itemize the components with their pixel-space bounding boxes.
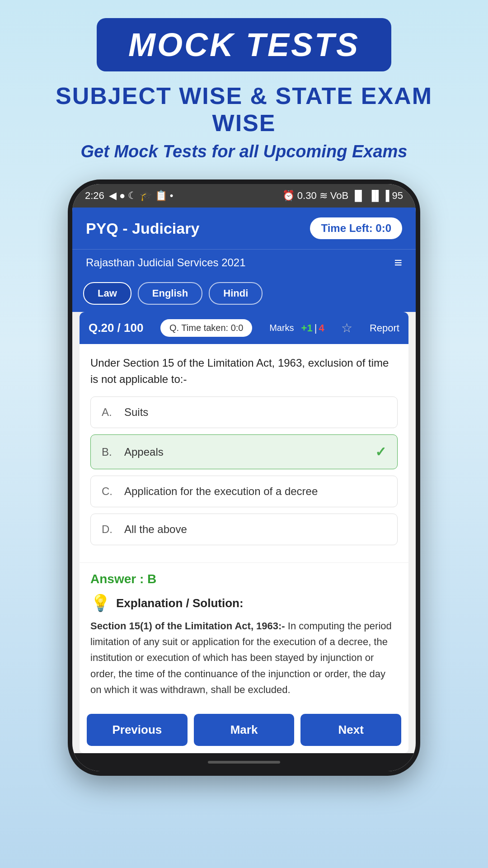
explanation-text: Section 15(1) of the Limitation Act, 196…: [90, 618, 398, 698]
marks-minus: 4: [319, 322, 324, 334]
option-a-text: Suits: [124, 406, 386, 419]
exam-subtitle: Rajasthan Judicial Services 2021: [86, 256, 246, 269]
option-c[interactable]: C. Application for the execution of a de…: [90, 476, 398, 507]
option-d[interactable]: D. All the above: [90, 514, 398, 545]
status-right-info: ⏰ 0.30 ≋ VoB ▐▌ ▐▌▐ 95: [282, 190, 403, 202]
report-button[interactable]: Report: [370, 322, 399, 334]
question-number: Q.20 / 100: [89, 321, 143, 335]
main-content: Under Section 15 of the Limitation Act, …: [80, 344, 408, 562]
app-header: PYQ - Judiciary Time Left: 0:0: [72, 208, 416, 249]
phone-bottom-bar: [72, 753, 416, 771]
top-banner: MOCK TESTS SUBJECT WISE & STATE EXAM WIS…: [0, 0, 488, 170]
marks-values: +1 | 4: [301, 322, 324, 334]
answer-section: Answer : B 💡 Explanation / Solution: Sec…: [80, 562, 408, 707]
marks-area: Marks +1 | 4: [269, 322, 324, 334]
phone-inner: 2:26 ◀ ● ☾ 🎓 📋 • ⏰ 0.30 ≋ VoB ▐▌ ▐▌▐ 95 …: [72, 184, 416, 771]
mark-button[interactable]: Mark: [194, 714, 295, 746]
language-tabs: Law English Hindi: [72, 276, 416, 312]
time-taken-badge: Q. Time taken: 0:0: [160, 319, 252, 337]
explanation-bold-part: Section 15(1) of the Limitation Act, 196…: [90, 620, 285, 632]
option-b[interactable]: B. Appeals ✓: [90, 434, 398, 469]
star-icon[interactable]: ☆: [341, 321, 352, 335]
question-text: Under Section 15 of the Limitation Act, …: [90, 355, 398, 387]
bulb-icon: 💡: [90, 594, 111, 613]
marks-plus: +1: [301, 322, 313, 334]
banner-subtitle: Get Mock Tests for all Upcoming Exams: [27, 142, 461, 161]
explanation-title: Explanation / Solution:: [116, 596, 244, 610]
option-a[interactable]: A. Suits: [90, 396, 398, 428]
time-left-value: 0:0: [375, 222, 391, 234]
time-left-badge: Time Left: 0:0: [310, 217, 402, 239]
mock-tests-title: MOCK TESTS: [128, 26, 360, 63]
mock-tests-badge: MOCK TESTS: [97, 18, 391, 71]
exam-subtitle-bar: Rajasthan Judicial Services 2021 ≡: [72, 249, 416, 276]
option-b-text: Appeals: [124, 446, 366, 458]
option-d-letter: D.: [102, 523, 115, 536]
menu-icon[interactable]: ≡: [394, 255, 402, 270]
tab-hindi[interactable]: Hindi: [209, 282, 263, 305]
status-right: ⏰ 0.30 ≋ VoB ▐▌ ▐▌▐ 95: [282, 190, 403, 202]
status-time: 2:26: [85, 190, 104, 202]
status-left: 2:26 ◀ ● ☾ 🎓 📋 •: [85, 190, 173, 202]
phone-frame: 2:26 ◀ ● ☾ 🎓 📋 • ⏰ 0.30 ≋ VoB ▐▌ ▐▌▐ 95 …: [68, 179, 420, 776]
option-d-text: All the above: [124, 523, 386, 536]
option-a-letter: A.: [102, 406, 115, 419]
tab-law[interactable]: Law: [83, 282, 131, 305]
next-button[interactable]: Next: [300, 714, 401, 746]
marks-separator: |: [314, 322, 317, 334]
option-b-letter: B.: [102, 446, 115, 458]
status-icons: ◀ ● ☾ 🎓 📋 •: [109, 190, 174, 202]
status-bar: 2:26 ◀ ● ☾ 🎓 📋 • ⏰ 0.30 ≋ VoB ▐▌ ▐▌▐ 95: [72, 184, 416, 208]
explanation-header: 💡 Explanation / Solution:: [90, 594, 398, 613]
option-c-letter: C.: [102, 485, 115, 498]
tab-english[interactable]: English: [138, 282, 202, 305]
marks-label: Marks: [269, 323, 294, 333]
subject-wise-title: SUBJECT WISE & STATE EXAM WISE: [27, 82, 461, 137]
question-info-bar: Q.20 / 100 Q. Time taken: 0:0 Marks +1 |…: [80, 312, 408, 344]
correct-check-icon: ✓: [375, 444, 386, 460]
app-title: PYQ - Judiciary: [86, 220, 199, 237]
bottom-nav: Previous Mark Next: [80, 707, 408, 753]
answer-label: Answer : B: [90, 572, 398, 586]
time-left-label: Time Left:: [321, 222, 372, 234]
home-indicator: [208, 761, 280, 764]
previous-button[interactable]: Previous: [87, 714, 188, 746]
option-c-text: Application for the execution of a decre…: [124, 485, 386, 498]
